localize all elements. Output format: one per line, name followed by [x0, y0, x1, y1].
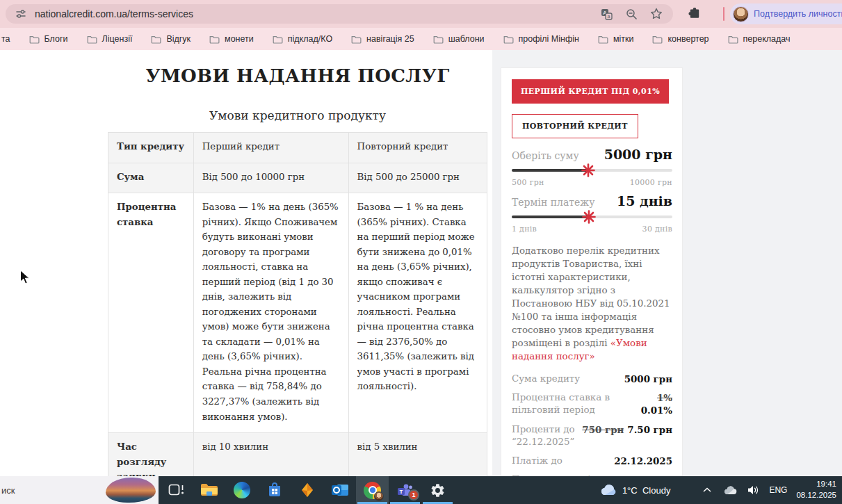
tray-date: 08.12.2025 — [796, 491, 836, 499]
site-info-tune-icon[interactable] — [14, 7, 28, 21]
svg-text:a: a — [607, 14, 610, 19]
bookmark-label: профілі Мінфін — [519, 34, 579, 44]
bookmark-item[interactable]: Ліцензії — [87, 34, 133, 44]
edge-icon[interactable] — [225, 476, 258, 504]
term-slider-fill — [512, 216, 589, 218]
bookmark-label: Ліцензії — [102, 34, 133, 44]
file-explorer-icon[interactable] — [193, 476, 225, 504]
zoom-out-icon[interactable] — [624, 7, 638, 21]
table-row: Час розгляду заявкивід 10 хвилинвід 5 хв… — [108, 433, 487, 476]
folder-icon — [151, 35, 161, 44]
orange-app-icon[interactable] — [291, 476, 323, 504]
amount-slider[interactable] — [512, 163, 672, 177]
bookmark-item[interactable]: монети — [209, 34, 254, 44]
row-value-cell: від 5 хвилин — [348, 433, 487, 476]
bookmark-item[interactable]: навігація 25 — [351, 34, 414, 44]
bookmark-item[interactable]: шаблони — [433, 34, 485, 44]
extensions-puzzle-icon[interactable] — [687, 6, 701, 20]
bookmark-item[interactable]: мітки — [598, 34, 634, 44]
repeat-credit-button[interactable]: ПОВТОРНИЙ КРЕДИТ — [512, 114, 638, 138]
loan-summary: Сума кредиту5000 грнПроцентна ставка в п… — [512, 373, 672, 476]
table-header-cell: Тип кредиту — [108, 133, 194, 163]
profile-identity-chip[interactable]: Подтвердить личность — [730, 3, 842, 24]
amount-min-label: 500 грн — [512, 178, 544, 187]
summary-value: 750 грн7.50 грн — [582, 423, 672, 448]
browser-address-bar: nationalcredit.com.ua/terms-services Aa … — [0, 0, 842, 28]
bookmark-item[interactable]: профілі Мінфін — [503, 34, 579, 44]
row-value-cell: Від 500 до 25000 грн — [348, 163, 487, 193]
folder-icon — [351, 35, 362, 44]
term-value: 15 днів — [617, 193, 672, 209]
folder-icon — [87, 35, 97, 44]
taskbar-search-box[interactable]: иск — [0, 476, 159, 504]
folder-icon — [29, 35, 40, 44]
folder-icon — [652, 35, 663, 44]
bookmark-label: шаблони — [448, 34, 485, 44]
bookmark-label: Відгук — [166, 34, 191, 44]
chrome-icon[interactable] — [356, 476, 389, 504]
summary-row: Проценти до “22.12.2025”750 грн7.50 грн — [512, 423, 672, 448]
table-header-cell: Повторний кредит — [348, 133, 487, 163]
term-min-label: 1 днів — [512, 225, 537, 234]
row-label-cell: Процентна ставка — [108, 193, 194, 433]
search-daily-image[interactable] — [106, 478, 156, 503]
teams-notification-badge: 1 — [408, 489, 419, 501]
bookmark-label: підклад/КО — [288, 34, 332, 44]
taskbar-search-text: иск — [1, 485, 15, 496]
amount-slider-handle[interactable] — [581, 163, 595, 177]
folder-icon — [503, 35, 514, 44]
url-text[interactable]: nationalcredit.com.ua/terms-services — [35, 8, 599, 19]
bookmark-label: та — [1, 34, 10, 44]
term-label: Термін платежу — [512, 197, 594, 208]
teams-icon[interactable]: T 1 — [389, 476, 421, 504]
bookmark-label: навігація 25 — [366, 34, 414, 44]
row-value-cell: від 10 хвилин — [193, 433, 348, 476]
toolbar-divider — [723, 7, 724, 21]
folder-icon — [273, 35, 283, 44]
task-view-button[interactable] — [160, 476, 193, 504]
bookmark-label: Блоги — [44, 34, 68, 44]
svg-text:T: T — [399, 489, 403, 495]
tray-chevron-up-icon[interactable] — [700, 483, 714, 497]
clock-widget[interactable]: 19:41 08.12.2025 — [796, 479, 836, 501]
bookmark-item[interactable]: перекладач — [728, 34, 791, 44]
table-row: СумаВід 500 до 10000 грнВід 500 до 25000… — [108, 163, 487, 193]
bookmark-item[interactable]: конвертер — [652, 34, 709, 44]
bookmark-item[interactable]: Відгук — [151, 34, 191, 44]
row-value-cell: Базова — 1 % на день (365% річних). Став… — [348, 193, 487, 433]
first-credit-button[interactable]: ПЕРШИЙ КРЕДИТ ПІД 0,01% — [512, 79, 669, 104]
url-omnibox[interactable]: nationalcredit.com.ua/terms-services Aa — [6, 4, 673, 24]
bookmark-star-icon[interactable] — [649, 7, 663, 21]
tray-time: 19:41 — [816, 480, 836, 488]
amount-value: 5000 грн — [604, 147, 672, 162]
profile-chip-label: Подтвердить личность — [754, 9, 842, 19]
weather-widget[interactable]: 1°C Cloudy — [600, 485, 671, 496]
term-slider[interactable] — [512, 210, 672, 224]
outlook-icon[interactable] — [323, 476, 356, 504]
summary-value: 22.12.2025 — [614, 455, 672, 467]
amount-slider-fill — [512, 169, 588, 172]
bookmark-label: конвертер — [667, 34, 709, 44]
products-note: Додатково перелік кредитних продуктів То… — [512, 244, 672, 363]
mouse-cursor — [19, 270, 31, 288]
table-row: Процентна ставкаБазова — 1% на день (365… — [108, 193, 487, 433]
summary-old-value: 1% — [657, 391, 672, 404]
summary-label: Платіж до — [512, 455, 562, 467]
speaker-icon[interactable] — [746, 483, 760, 497]
bookmark-item[interactable]: підклад/КО — [273, 34, 332, 44]
microsoft-store-icon[interactable] — [258, 476, 291, 504]
table-header-row: Тип кредитуПерший кредитПовторний кредит — [108, 133, 487, 163]
settings-gear-icon[interactable] — [421, 476, 454, 504]
page-title: УМОВИ НАДАННЯ ПОСЛУГ — [108, 65, 487, 86]
bookmark-item[interactable]: та — [1, 34, 10, 44]
term-slider-handle[interactable] — [582, 210, 596, 224]
bookmark-item[interactable]: Блоги — [29, 34, 68, 44]
folder-icon — [433, 35, 444, 44]
summary-label: Проценти до “22.12.2025” — [512, 423, 582, 448]
folder-icon — [728, 35, 738, 44]
language-indicator[interactable]: ENG — [769, 485, 787, 495]
weather-cloud-icon — [600, 485, 617, 496]
row-value-cell: Від 500 до 10000 грн — [193, 163, 348, 193]
onedrive-icon[interactable] — [723, 483, 737, 497]
translate-icon[interactable]: Aa — [599, 7, 613, 21]
